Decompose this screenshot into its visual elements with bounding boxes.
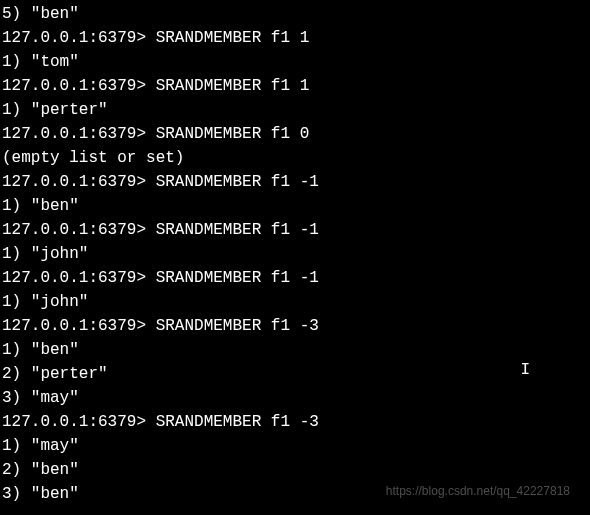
result-text: 2) "ben" [2,461,79,479]
terminal-line: 1) "perter" [2,98,588,122]
prompt: 127.0.0.1:6379> [2,269,156,287]
command-text: SRANDMEMBER f1 0 [156,125,310,143]
result-text: 1) "may" [2,437,79,455]
prompt: 127.0.0.1:6379> [2,125,156,143]
command-text: SRANDMEMBER f1 -3 [156,317,319,335]
terminal-line: 127.0.0.1:6379> SRANDMEMBER f1 -1 [2,266,588,290]
terminal-line: 127.0.0.1:6379> SRANDMEMBER f1 1 [2,74,588,98]
terminal-line: 127.0.0.1:6379> SRANDMEMBER f1 -3 [2,410,588,434]
terminal-line: 1) "john" [2,242,588,266]
command-text: SRANDMEMBER f1 1 [156,29,310,47]
command-text: SRANDMEMBER f1 -1 [156,269,319,287]
prompt: 127.0.0.1:6379> [2,173,156,191]
terminal-line: (empty list or set) [2,146,588,170]
result-text: (empty list or set) [2,149,184,167]
terminal-output[interactable]: 5) "ben"127.0.0.1:6379> SRANDMEMBER f1 1… [2,2,588,506]
terminal-line: 5) "ben" [2,2,588,26]
result-text: 1) "tom" [2,53,79,71]
result-text: 2) "perter" [2,365,108,383]
prompt: 127.0.0.1:6379> [2,413,156,431]
terminal-line: 1) "ben" [2,338,588,362]
prompt: 127.0.0.1:6379> [2,77,156,95]
terminal-line: 2) "ben" [2,458,588,482]
prompt: 127.0.0.1:6379> [2,221,156,239]
result-text: 3) "ben" [2,485,79,503]
result-text: 1) "john" [2,293,88,311]
result-text: 1) "ben" [2,197,79,215]
terminal-line: 3) "may" [2,386,588,410]
result-text: 3) "may" [2,389,79,407]
ibeam-cursor-icon: I [520,358,530,382]
command-text: SRANDMEMBER f1 -1 [156,173,319,191]
result-text: 1) "ben" [2,341,79,359]
result-text: 1) "perter" [2,101,108,119]
command-text: SRANDMEMBER f1 1 [156,77,310,95]
terminal-line: 127.0.0.1:6379> SRANDMEMBER f1 1 [2,26,588,50]
prompt: 127.0.0.1:6379> [2,29,156,47]
terminal-line: 1) "may" [2,434,588,458]
command-text: SRANDMEMBER f1 -1 [156,221,319,239]
terminal-current-line[interactable]: 127.0.0.1:6379> SRANDMEMBER f1 -3 [count… [2,506,588,515]
terminal-line: 127.0.0.1:6379> SRANDMEMBER f1 -1 [2,170,588,194]
prompt: 127.0.0.1:6379> [2,317,156,335]
terminal-line: 127.0.0.1:6379> SRANDMEMBER f1 -1 [2,218,588,242]
command-text: SRANDMEMBER f1 -3 [156,413,319,431]
terminal-line: 1) "ben" [2,194,588,218]
terminal-line: 2) "perter" [2,362,588,386]
terminal-line: 1) "tom" [2,50,588,74]
terminal-line: 127.0.0.1:6379> SRANDMEMBER f1 -3 [2,314,588,338]
result-text: 1) "john" [2,245,88,263]
watermark-text: https://blog.csdn.net/qq_42227818 [386,482,570,500]
terminal-line: 1) "john" [2,290,588,314]
result-text: 5) "ben" [2,5,79,23]
terminal-line: 127.0.0.1:6379> SRANDMEMBER f1 0 [2,122,588,146]
